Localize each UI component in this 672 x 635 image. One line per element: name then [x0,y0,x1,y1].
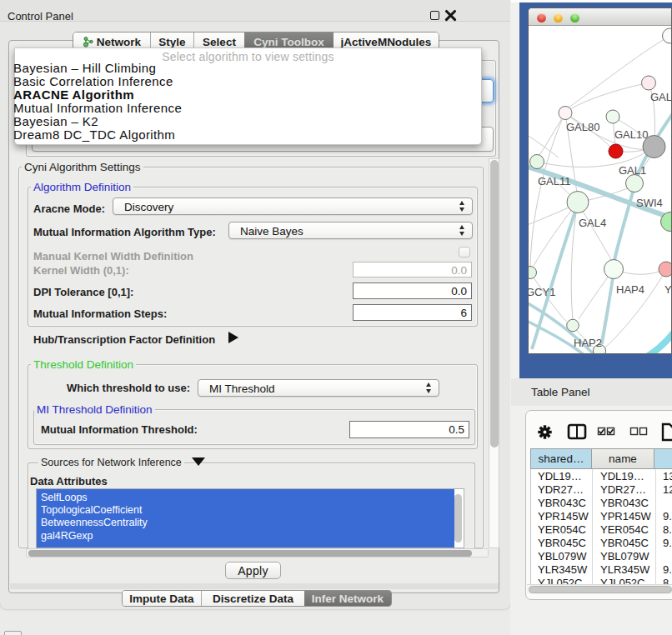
svg-text:GAL11: GAL11 [538,175,571,188]
svg-text:HAP4: HAP4 [616,283,644,296]
svg-text:GCY1: GCY1 [529,286,555,298]
svg-text:YJ: YJ [664,283,672,296]
svg-text:GAL4: GAL4 [579,217,606,229]
svg-text:GAL1: GAL1 [619,164,646,177]
svg-text:GAL7: GAL7 [650,91,672,103]
svg-text:GAL10: GAL10 [614,128,648,141]
svg-text:HAP2: HAP2 [574,337,602,349]
svg-text:GAL80: GAL80 [566,121,599,133]
svg-text:SWI4: SWI4 [636,197,663,209]
